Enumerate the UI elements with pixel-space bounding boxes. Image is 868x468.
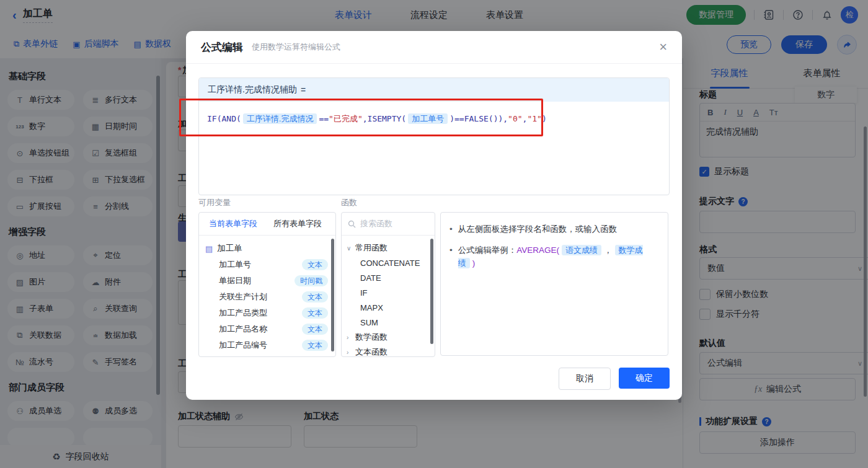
functions-label: 函数	[341, 197, 357, 208]
formula-token: "1"	[527, 114, 541, 123]
vars-form-row[interactable]: ▤加工单	[205, 241, 332, 257]
functions-tree: ∨常用函数CONCATENATEDATEIFMAPXSUM›数学函数›文本函数	[342, 236, 435, 357]
vars-field-name: 关联生产计划	[205, 291, 267, 302]
vars-field-type-badge: 文本	[302, 307, 328, 319]
bullet-icon: •	[450, 223, 453, 236]
vars-field-type-badge: 文本	[302, 340, 328, 351]
hint-text: 从左侧面板选择字段名和函数，或输入函数	[458, 223, 618, 236]
hint-text: )	[472, 258, 476, 268]
fn-group-文本函数[interactable]: ›文本函数	[347, 345, 432, 357]
variables-panel: 当前表单字段所有表单字段 ▤加工单加工单号文本单据日期时间戳关联生产计划文本加工…	[198, 212, 336, 357]
vars-field-type-badge: 文本	[302, 324, 328, 335]
confirm-button[interactable]: 确定	[619, 368, 670, 389]
vars-field-row[interactable]: 加工产品编号文本	[205, 337, 332, 353]
hint-line-2: • 公式编辑举例：AVERAGE(语文成绩，数学成绩)	[450, 244, 659, 270]
formula-target-field: 工序详情.完成情况辅助	[208, 84, 297, 95]
hint-text: ，	[604, 245, 613, 255]
formula-edit-modal: 公式编辑 使用数学运算符编辑公式 × 工序详情.完成情况辅助 = IF(AND(…	[186, 31, 682, 400]
formula-token: )==FALSE()),	[450, 114, 508, 123]
vars-field-type-badge: 文本	[302, 259, 328, 270]
vars-form-name: 加工单	[217, 243, 242, 254]
function-search-box[interactable]: 搜索函数	[342, 213, 435, 236]
vars-field-row[interactable]: 加工产品名称文本	[205, 321, 332, 337]
close-icon[interactable]: ×	[659, 40, 667, 54]
fn-group-常用函数[interactable]: ∨常用函数	[347, 241, 432, 255]
hint-panel: • 从左侧面板选择字段名和函数，或输入函数 • 公式编辑举例：AVERAGE(语…	[440, 212, 668, 356]
fn-item-IF[interactable]: IF	[347, 285, 432, 300]
form-doc-icon: ▤	[205, 244, 213, 254]
vars-field-type-badge: 文本	[302, 291, 328, 302]
formula-token: IF(AND(	[207, 114, 241, 123]
vars-tab-1[interactable]: 所有表单字段	[273, 218, 322, 229]
formula-input-area[interactable]: IF(AND(工序详情.完成情况==​"已完成",ISEMPTY(加工单号)==…	[199, 102, 669, 136]
formula-token: ,ISEMPTY(	[363, 114, 406, 123]
formula-editor: 工序详情.完成情况辅助 = IF(AND(工序详情.完成情况==​"已完成",I…	[198, 77, 670, 195]
fn-item-SUM[interactable]: SUM	[347, 315, 432, 330]
vars-field-name: 加工产品名称	[205, 324, 267, 335]
field-chip: 语文成绩	[562, 245, 601, 255]
fn-group-数学函数[interactable]: ›数学函数	[347, 330, 432, 345]
fn-item-DATE[interactable]: DATE	[347, 270, 432, 285]
vars-field-row[interactable]: 加工产品类型文本	[205, 305, 332, 321]
modal-title: 公式编辑	[201, 40, 243, 55]
fn-item-MAPX[interactable]: MAPX	[347, 300, 432, 315]
vars-tab-0[interactable]: 当前表单字段	[209, 218, 257, 229]
vars-field-name: 单据日期	[205, 275, 251, 286]
formula-target-row: 工序详情.完成情况辅助 =	[199, 78, 669, 102]
functions-scrollbar[interactable]	[430, 239, 433, 344]
vars-field-row[interactable]: 单据日期时间戳	[205, 273, 332, 289]
fn-group-label: 数学函数	[355, 332, 388, 343]
hint-text: 公式编辑举例：	[458, 245, 517, 255]
bullet-icon: •	[450, 244, 453, 270]
vars-field-name: 加工单号	[205, 259, 251, 270]
functions-panel: 搜索函数 ∨常用函数CONCATENATEDATEIFMAPXSUM›数学函数›…	[341, 212, 435, 357]
hint-example: 公式编辑举例：AVERAGE(语文成绩，数学成绩)	[458, 244, 659, 270]
vars-field-row[interactable]: 加工单号文本	[205, 257, 332, 273]
cancel-button[interactable]: 取消	[559, 368, 611, 390]
field-chip[interactable]: 工序详情.完成情况	[243, 113, 317, 124]
variables-tabs: 当前表单字段所有表单字段	[199, 213, 335, 236]
search-placeholder: 搜索函数	[360, 218, 392, 229]
vars-field-name: 加工产品类型	[205, 307, 267, 319]
modal-header: 公式编辑 使用数学运算符编辑公式 ×	[186, 31, 682, 64]
formula-token: "0"	[508, 114, 522, 123]
variables-scrollbar[interactable]	[331, 239, 334, 351]
field-chip[interactable]: 加工单号	[408, 113, 448, 124]
vars-field-type-badge: 时间戳	[294, 275, 328, 286]
fn-item-CONCATENATE[interactable]: CONCATENATE	[347, 255, 432, 270]
chevron-down-icon: ∨	[347, 245, 355, 252]
formula-token: ==​	[319, 114, 329, 123]
hint-text: AVERAGE(	[516, 245, 559, 255]
equals-sign: =	[301, 85, 306, 95]
chevron-right-icon: ›	[347, 334, 355, 341]
vars-field-row[interactable]: 关联生产计划文本	[205, 289, 332, 305]
search-icon	[348, 220, 356, 228]
hint-line-1: • 从左侧面板选择字段名和函数，或输入函数	[450, 223, 659, 236]
formula-token: )	[542, 114, 547, 123]
formula-token: "已完成"	[329, 114, 363, 123]
modal-subtitle: 使用数学运算符编辑公式	[252, 42, 340, 53]
variables-label: 可用变量	[198, 197, 231, 208]
chevron-right-icon: ›	[347, 349, 355, 356]
fn-group-label: 常用函数	[355, 242, 388, 254]
vars-field-name: 加工产品编号	[205, 340, 267, 351]
variables-tree: ▤加工单加工单号文本单据日期时间戳关联生产计划文本加工产品类型文本加工产品名称文…	[199, 236, 335, 353]
fn-group-label: 文本函数	[355, 347, 388, 357]
